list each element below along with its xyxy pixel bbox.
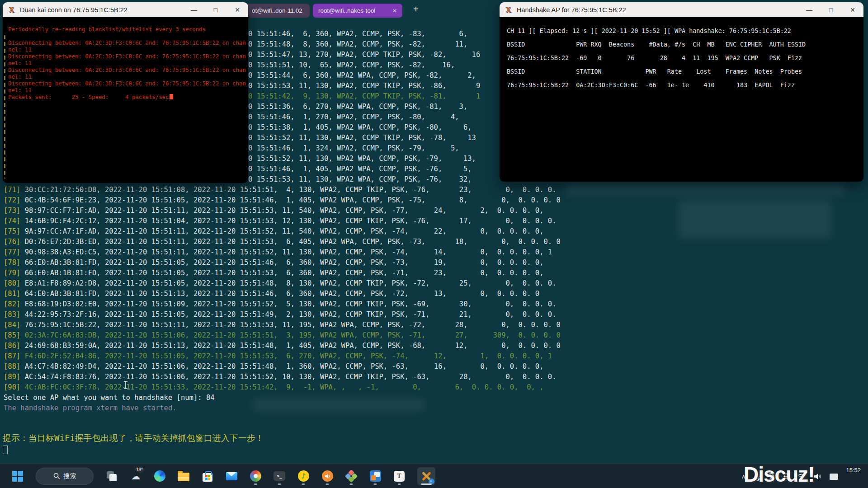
- deauth-xterm-window: X Duan kai conn on 76:75:95:1C:5B:22 — □…: [3, 2, 248, 183]
- deauth-line: Disconnecting between: 0A:2C:3D:F3:C0:6C…: [8, 40, 248, 47]
- deauth-line: nel: 11: [8, 74, 248, 80]
- close-button[interactable]: ✕: [226, 2, 248, 17]
- window-title: Handshake AP for 76:75:95:1C:5B:22: [517, 6, 626, 14]
- ap-row: [73] 98:97:CC:F7:1F:AD, 2022-11-20 15:51…: [4, 206, 543, 216]
- ap-row-partial: 0 15:51:53, 11, 130, WPA2, CCMP TKIP, PS…: [248, 81, 480, 91]
- ap-row-partial: 0 15:51:52, 11, 130, WPA2 WPA, CCMP, PSK…: [248, 154, 476, 164]
- window-title: Duan kai conn on 76:75:95:1C:5B:22: [20, 6, 127, 14]
- terminal-tab-active[interactable]: root@wifi..hakes-tool ✕: [313, 4, 402, 18]
- volume-icon[interactable]: [814, 473, 822, 480]
- airodump-line: BSSID STATION PWR Rate Lost Frames Notes…: [503, 65, 863, 79]
- typora-icon[interactable]: T: [393, 467, 405, 485]
- blurred-region: [565, 183, 845, 195]
- weather-widget[interactable]: ☁ 18°: [130, 467, 142, 485]
- xterm-icon: X: [504, 5, 513, 14]
- ap-row-partial: 0 15:51:48, 8, 360, WPA2, CCMP, PSK, -82…: [248, 39, 467, 50]
- search-label: 搜索: [64, 472, 76, 480]
- handshake-xterm-window: X Handshake AP for 76:75:95:1C:5B:22 — □…: [500, 2, 863, 182]
- start-button[interactable]: [12, 467, 24, 485]
- ap-row: [76] D0:76:E7:2D:3B:ED, 2022-11-20 15:51…: [4, 237, 561, 247]
- temperature-badge: 18°: [135, 467, 144, 473]
- deauth-line: Disconnecting between: 0A:2C:3D:F3:C0:6C…: [8, 80, 248, 87]
- vmware-icon[interactable]: [369, 467, 381, 485]
- desktop: ot@wifi..don-11.02 root@wifi..hakes-tool…: [0, 0, 868, 488]
- ap-row-partial: 0 15:51:38, 1, 405, WPA2 WPA, CCMP, PSK,…: [248, 122, 472, 133]
- ap-row-partial: 0 15:51:44, 6, 360, WPA2 WPA, CCMP, PSK,…: [248, 70, 476, 81]
- qq-music-icon[interactable]: ♪: [297, 467, 309, 485]
- deauth-line: nel: 11: [8, 87, 248, 94]
- terminal-block-cursor: [170, 94, 173, 99]
- ap-row: [79] 66:E0:AB:1B:81:FD, 2022-11-20 15:51…: [4, 268, 543, 278]
- xterm-wifi-app-icon[interactable]: ᯤ: [417, 467, 435, 485]
- ap-row: [90] 4C:AB:FC:0C:3F:78, 2022-11-20 15:51…: [4, 382, 543, 393]
- minimize-button[interactable]: —: [798, 2, 820, 17]
- deauth-line: nel: 11: [8, 60, 248, 67]
- git-tool-icon[interactable]: [345, 467, 357, 485]
- ap-row-partial: 0 15:51:47, 13, 270, WPA2, CCMP TKIP, PS…: [248, 50, 480, 60]
- deauth-titlebar[interactable]: X Duan kai conn on 76:75:95:1C:5B:22 — □…: [3, 2, 248, 17]
- ap-select-prompt: Select one AP what you want to handshake…: [4, 393, 215, 403]
- ap-row-partial: 0 15:51:46, 1, 324, WPA2, CCMP, PSK, -79…: [248, 143, 459, 154]
- discuz-watermark: Discuz!: [744, 463, 815, 486]
- airodump-line: BSSID PWR RXQ Beacons #Data, #/s CH MB E…: [503, 38, 863, 52]
- ap-row: [83] 44:22:95:73:2F:16, 2022-11-20 15:51…: [4, 310, 556, 320]
- edge-browser-icon[interactable]: [154, 467, 165, 485]
- ap-row-partial: 0 15:51:42, 9, 130, WPA2, CCMP TKIP, PSK…: [248, 91, 480, 102]
- close-button[interactable]: ✕: [842, 2, 863, 17]
- ap-row: [75] 9A:97:CC:A7:1F:AD, 2022-11-20 15:51…: [4, 226, 543, 237]
- touch-keyboard-icon[interactable]: [830, 474, 838, 480]
- ap-row-partial: 0 15:51:46, 1, 270, WPA2, CCMP, PSK, -80…: [248, 112, 459, 122]
- ap-row-partial: 0 15:51:52, 11, 130, WPA2, CCMP TKIP, PS…: [248, 133, 476, 143]
- maximize-button[interactable]: □: [205, 2, 226, 17]
- airodump-line: 76:75:95:1C:5B:22 0A:2C:3D:F3:C0:6C -66 …: [503, 79, 863, 92]
- clock[interactable]: 15:52: [846, 467, 861, 474]
- deauth-terminal-output[interactable]: Periodically re-reading blacklist/whitel…: [3, 17, 248, 183]
- blurred-region: [678, 201, 832, 239]
- search-box[interactable]: 搜索: [36, 468, 94, 485]
- taskbar: 搜索 ☁ 18° >_ ♪ T: [0, 464, 868, 488]
- ap-row: [86] 24:69:68:B3:59:0A, 2022-11-20 15:51…: [4, 341, 561, 351]
- ap-row: [82] E8:68:19:D3:02:E0, 2022-11-20 15:51…: [4, 299, 556, 310]
- maximize-button[interactable]: □: [820, 2, 842, 17]
- microsoft-store-icon[interactable]: [202, 467, 213, 485]
- airodump-line: CH 11 ][ Elapsed: 12 s ][ 2022-11-20 15:…: [503, 24, 863, 38]
- deauth-line: nel: 11: [8, 47, 248, 53]
- browser-icon[interactable]: [250, 467, 261, 485]
- deauth-line: Periodically re-reading blacklist/whitel…: [8, 26, 248, 33]
- ap-row: [74] 14:6B:9C:F4:2C:12, 2022-11-20 15:51…: [4, 216, 556, 226]
- tab-label: root@wifi..hakes-tool: [318, 7, 375, 14]
- ap-row-partial: 0 15:51:46, 1, 405, WPA2 WPA, CCMP, PSK,…: [248, 164, 472, 174]
- new-tab-button[interactable]: +: [413, 4, 419, 14]
- audio-app-icon[interactable]: [321, 467, 333, 485]
- deauth-line: Disconnecting between: 0A:2C:3D:F3:C0:6C…: [8, 67, 248, 74]
- mail-icon[interactable]: [226, 467, 237, 485]
- powershell-icon[interactable]: >_: [274, 467, 285, 485]
- ap-row: [88] A4:C7:4B:82:49:D4, 2022-11-20 15:51…: [4, 361, 543, 372]
- terminal-tab-inactive[interactable]: ot@wifi..don-11.02: [246, 4, 310, 18]
- file-explorer-icon[interactable]: [178, 467, 189, 485]
- handshake-status-line: The handshake program xterm have started…: [4, 403, 177, 413]
- ap-row-partial: 0 15:51:51, 10, 65, WPA2, CCMP, PSK, -82…: [248, 60, 455, 70]
- tab-label: ot@wifi..don-11.02: [252, 7, 302, 14]
- tray-time: 15:52: [846, 467, 861, 474]
- ap-row: [85] 02:3A:7C:6A:83:DB, 2022-11-20 15:51…: [4, 330, 561, 341]
- minimize-button[interactable]: —: [183, 2, 205, 17]
- tab-close-icon[interactable]: ✕: [386, 8, 397, 14]
- ap-row-partial: 0 15:51:46, 6, 360, WPA2, CCMP, PSK, -83…: [248, 29, 467, 39]
- ap-row: [81] 64:E0:AB:3B:81:FD, 2022-11-20 15:51…: [4, 289, 539, 299]
- deauth-line: [8, 33, 248, 40]
- ap-row-partial: 0 15:51:36, 6, 270, WPA2 WPA, CCMP, PSK,…: [248, 102, 467, 112]
- active-app-indicator: [421, 483, 432, 485]
- airodump-line: 76:75:95:1C:5B:22 -69 0 76 28 4 11 195 W…: [503, 52, 863, 65]
- ap-row: [87] F4:6D:2F:52:B4:86, 2022-11-20 15:51…: [4, 351, 552, 361]
- ap-row: [84] 76:75:95:1C:5B:22, 2022-11-20 15:51…: [4, 320, 561, 330]
- ap-row: [80] E8:A1:F8:89:A2:D8, 2022-11-20 15:51…: [4, 278, 556, 289]
- ap-row: [77] 90:98:38:A3:ED:C5, 2022-11-20 15:51…: [4, 247, 552, 258]
- ap-row: [72] 0C:4B:54:6F:9E:23, 2022-11-20 15:51…: [4, 195, 561, 206]
- handshake-titlebar[interactable]: X Handshake AP for 76:75:95:1C:5B:22 — □…: [500, 2, 863, 17]
- text-cursor-pointer: [123, 381, 128, 389]
- task-view-button[interactable]: [106, 467, 118, 485]
- ap-row: [89] AC:54:74:F8:83:76, 2022-11-20 15:51…: [4, 372, 556, 382]
- terminal-hollow-cursor: [3, 446, 8, 454]
- airodump-output[interactable]: CH 11 ][ Elapsed: 12 s ][ 2022-11-20 15:…: [500, 17, 863, 182]
